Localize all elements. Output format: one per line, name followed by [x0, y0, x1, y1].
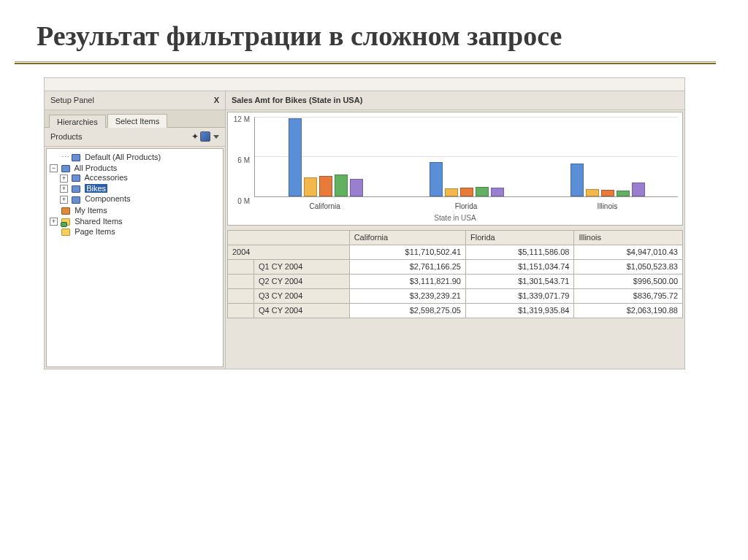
shared-folder-icon	[61, 218, 70, 226]
grid-column-header[interactable]: Illinois	[574, 230, 683, 245]
grid-cell[interactable]: $996,500.00	[574, 274, 683, 288]
chart-bar	[491, 188, 504, 196]
cube-icon	[72, 196, 80, 204]
tree-item-accessories[interactable]: Accessories	[85, 173, 128, 182]
setup-tabs: Hierarchies Select Items	[45, 110, 225, 128]
products-label: Products	[50, 132, 82, 141]
chart-bar	[445, 188, 458, 196]
chart-bar	[476, 187, 489, 196]
chart-bar	[350, 179, 363, 196]
grid-row-header[interactable]: Q4 CY 2004	[254, 303, 350, 318]
main-area: Sales Amt for Bikes (State in USA) 12 M …	[226, 91, 684, 369]
tree-item-default[interactable]: Default (All Products)	[85, 153, 161, 161]
chart-plot	[254, 117, 678, 197]
tab-select-items[interactable]: Select Items	[107, 114, 168, 128]
chart-group	[396, 117, 537, 196]
chart-bar	[430, 162, 443, 196]
app-toolbar	[45, 78, 684, 91]
slide-title: Результат фильтрации в сложном запросе	[37, 20, 711, 53]
grid-cell[interactable]: $1,319,935.84	[466, 303, 574, 318]
grid-row-indent	[228, 288, 254, 303]
setup-panel-close-button[interactable]: X	[214, 96, 219, 104]
chart-bar	[617, 191, 630, 196]
grid-column-header[interactable]: California	[349, 230, 465, 245]
grid-row-header[interactable]: Q3 CY 2004	[254, 288, 350, 303]
grid-row-indent	[228, 274, 254, 288]
chart-group	[255, 117, 396, 196]
grid-cell[interactable]: $2,598,275.05	[349, 303, 465, 318]
data-grid: CaliforniaFloridaIllinois2004$11,710,502…	[227, 230, 683, 318]
tree-item-shared-items[interactable]: Shared Items	[75, 217, 122, 226]
chart-bar	[601, 190, 614, 196]
grid-cell[interactable]: $11,710,502.41	[349, 245, 465, 259]
tree-item-all-products[interactable]: All Products	[75, 164, 118, 172]
tree-toggle[interactable]: −	[50, 164, 58, 172]
grid-cell[interactable]: $4,947,010.43	[574, 245, 683, 259]
tree-toggle[interactable]: +	[60, 174, 68, 183]
grid-cell[interactable]: $836,795.72	[574, 288, 683, 303]
chart-bar	[632, 183, 645, 196]
tree-item-bikes[interactable]: Bikes	[85, 184, 107, 193]
chart-axis-title: State in USA	[228, 214, 682, 222]
chart-ylabels: 12 M 6 M 0 M	[229, 115, 251, 204]
chart-title: Sales Amt for Bikes (State in USA)	[226, 91, 684, 110]
chart-bar	[570, 164, 584, 196]
folder-icon	[61, 229, 70, 236]
setup-panel: Setup Panel X Hierarchies Select Items P…	[45, 91, 226, 369]
chart-group	[537, 117, 678, 196]
chart-bar	[289, 118, 302, 196]
chart-xlabels: California Florida Illinois	[254, 202, 678, 210]
tree-toggle	[50, 153, 58, 161]
tree-toggle[interactable]: +	[50, 218, 58, 226]
products-picker[interactable]: ✦	[191, 131, 219, 142]
grid-row-indent	[228, 259, 254, 274]
hierarchy-tree[interactable]: ⋯ Default (All Products) − All Products …	[46, 148, 224, 367]
grid-row-header[interactable]: Q1 CY 2004	[254, 259, 350, 274]
grid-cell[interactable]: $1,339,071.79	[466, 288, 574, 303]
setup-panel-title: Setup Panel	[50, 96, 94, 104]
chart-bar	[335, 174, 348, 196]
grid-cell[interactable]: $3,239,239.21	[349, 288, 465, 303]
tree-item-page-items[interactable]: Page Items	[75, 227, 115, 236]
chart-bar	[319, 176, 332, 196]
sales-chart: 12 M 6 M 0 M California Florida Illinois	[227, 112, 683, 226]
grid-row-header[interactable]: 2004	[228, 245, 350, 259]
grid-corner	[228, 230, 350, 245]
tree-toggle	[50, 229, 58, 237]
chart-bar	[460, 188, 473, 196]
app-window: Setup Panel X Hierarchies Select Items P…	[44, 77, 685, 369]
grid-cell[interactable]: $5,111,586.08	[466, 245, 574, 259]
grid-cell[interactable]: $1,301,543.71	[466, 274, 574, 288]
grid-row-header[interactable]: Q2 CY 2004	[254, 274, 350, 288]
chevron-down-icon	[213, 135, 219, 139]
grid-column-header[interactable]: Florida	[466, 230, 574, 245]
grid-cell[interactable]: $3,111,821.90	[349, 274, 465, 288]
user-folder-icon	[61, 207, 70, 215]
tree-toggle[interactable]: +	[60, 185, 68, 193]
grid-cell[interactable]: $2,063,190.88	[574, 303, 683, 318]
grid-row-indent	[228, 303, 254, 318]
tree-item-my-items[interactable]: My Items	[75, 206, 107, 215]
grid-cell[interactable]: $1,151,034.74	[466, 259, 574, 274]
tree-toggle	[50, 207, 58, 215]
chart-bar	[304, 177, 317, 196]
grid-cell[interactable]: $1,050,523.83	[574, 259, 683, 274]
tree-toggle[interactable]: +	[60, 196, 68, 204]
cube-icon	[72, 185, 80, 193]
cube-icon	[72, 154, 80, 161]
slide-underline	[15, 61, 716, 64]
tree-item-components[interactable]: Components	[85, 194, 130, 203]
cube-icon	[61, 165, 70, 172]
tab-hierarchies[interactable]: Hierarchies	[49, 115, 106, 128]
grid-cell[interactable]: $2,761,166.25	[349, 259, 465, 274]
wand-icon: ✦	[191, 131, 199, 142]
cube-icon	[72, 174, 80, 182]
chart-bar	[586, 189, 599, 196]
products-swatch-icon	[200, 131, 210, 142]
